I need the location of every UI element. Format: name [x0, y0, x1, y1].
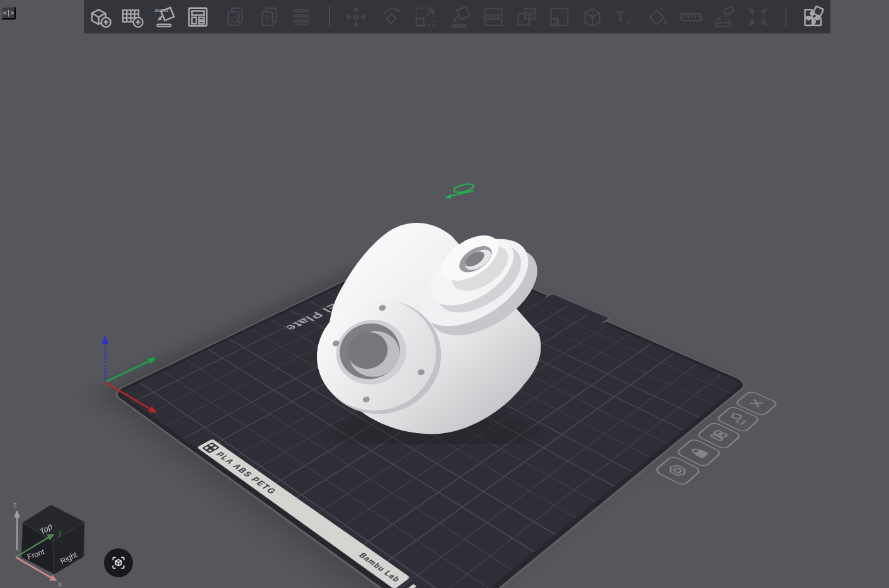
collapse-sidebar-button[interactable]: <|> [1, 6, 16, 20]
nav-z-label: z [13, 500, 17, 509]
svg-text:P: P [265, 14, 271, 25]
color-paint-icon [645, 4, 670, 30]
seam-button[interactable] [744, 3, 772, 31]
plate-label-strip: PLA ABS PETG Bambu Lab [197, 439, 410, 588]
split-icon [547, 4, 572, 30]
y-axis [105, 361, 150, 382]
plate-logo-text: Bambu Lab [358, 551, 402, 583]
rotate-icon [378, 4, 403, 30]
support-paint-button[interactable] [711, 3, 738, 31]
measure-button[interactable] [677, 3, 705, 31]
text-tool-button[interactable]: T a [611, 3, 638, 31]
plate-settings-icon [661, 460, 694, 482]
x-axis [105, 382, 151, 409]
cut-icon [481, 4, 506, 30]
plate-materials-label: PLA ABS PETG [214, 450, 280, 495]
variable-layer-height-icon [289, 4, 314, 30]
crack-cube-button[interactable] [578, 3, 606, 31]
nav-y-label: y [58, 528, 62, 537]
plate-calibration-marks [403, 584, 439, 588]
text-tool-icon: T a [612, 4, 637, 30]
rotate-button[interactable] [377, 3, 404, 31]
cut-button[interactable] [479, 3, 507, 31]
split-to-objects-button[interactable]: O [222, 3, 249, 31]
toolbar-separator [786, 6, 786, 27]
qr-code-icon [202, 442, 220, 453]
toolbar-separator [329, 6, 330, 27]
mesh-boolean-icon [514, 4, 539, 30]
svg-text:O: O [231, 14, 238, 25]
mesh-boolean-button[interactable] [513, 3, 541, 31]
measure-icon [679, 4, 704, 30]
orient-plate-icon [723, 410, 754, 429]
bambu-studio-3d-viewport: { "app": { "collapse_glyph": "<|>" }, "v… [0, 0, 889, 588]
place-on-face-icon [447, 4, 473, 30]
plate-front-arrow [440, 180, 481, 205]
assembly-button[interactable] [799, 3, 827, 31]
arrange-icon [185, 4, 210, 30]
auto-orient-icon: AUTO [152, 4, 178, 30]
svg-text:T: T [616, 9, 625, 25]
toolbar: AUTO O P [84, 0, 830, 33]
fit-view-icon [110, 555, 127, 571]
scale-icon [413, 4, 438, 30]
scale-button[interactable] [411, 3, 439, 31]
add-model-button[interactable] [86, 3, 114, 31]
fit-view-button[interactable] [104, 548, 133, 577]
arrange-button[interactable] [184, 3, 212, 31]
add-plate-button[interactable] [118, 3, 146, 31]
nav-x-label: x [58, 580, 62, 588]
add-plate-icon [120, 4, 145, 30]
model-part[interactable] [287, 211, 558, 444]
svg-text:a: a [626, 16, 632, 26]
move-button[interactable] [342, 3, 370, 31]
add-model-icon [88, 4, 113, 30]
split-to-objects-icon: O [223, 4, 248, 30]
split-button[interactable] [546, 3, 573, 31]
assembly-puzzle-icon [800, 4, 825, 30]
color-paint-button[interactable] [643, 3, 671, 31]
variable-layer-height-button[interactable] [287, 3, 315, 31]
lock-icon [682, 443, 715, 463]
move-icon [343, 4, 369, 30]
crack-cube-icon [580, 4, 605, 30]
close-icon [741, 395, 771, 412]
origin-axes [88, 321, 176, 416]
place-on-face-button[interactable] [446, 3, 474, 31]
auto-orient-button[interactable]: AUTO [151, 3, 179, 31]
plate-name-icon [703, 426, 735, 445]
split-to-parts-button[interactable]: P [256, 3, 284, 31]
seam-icon [745, 4, 771, 30]
split-to-parts-icon: P [257, 4, 282, 30]
support-paint-icon [712, 4, 737, 30]
